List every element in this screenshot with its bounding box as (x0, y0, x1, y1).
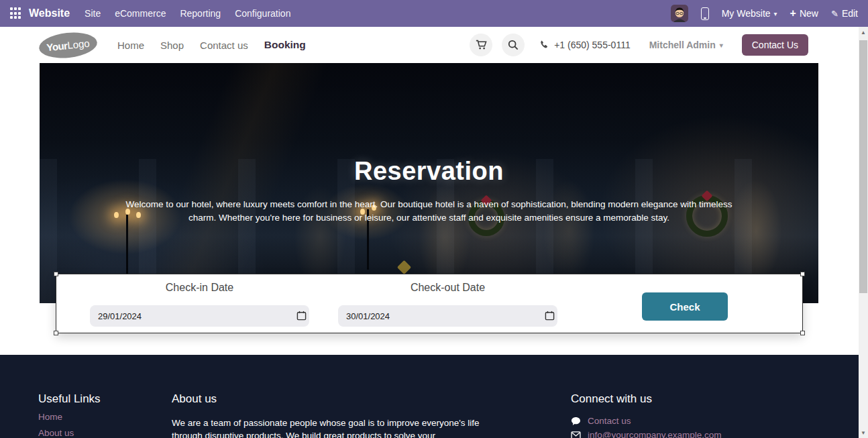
hero-description: Welcome to our hotel, where luxury meets… (121, 198, 738, 224)
edit-button[interactable]: ✎ Edit (831, 8, 858, 19)
nav-link-contact-us[interactable]: Contact us (200, 40, 248, 51)
check-availability-button[interactable]: Check (642, 292, 728, 321)
nav-link-shop[interactable]: Shop (160, 40, 184, 51)
checkin-date-input[interactable] (90, 305, 309, 327)
page-title: Reservation (40, 157, 818, 186)
site-navbar: YourLogo Home Shop Contact us Booking +1… (0, 27, 859, 63)
search-button[interactable] (502, 34, 525, 56)
footer-link-home[interactable]: Home (38, 412, 152, 422)
nav-link-booking-active[interactable]: Booking (264, 39, 306, 51)
scrollbar-down-arrow[interactable]: ▼ (859, 427, 868, 438)
phone-number-link[interactable]: +1 (650) 555-0111 (539, 40, 631, 50)
site-nav-links: Home Shop Contact us Booking (117, 27, 306, 63)
menu-configuration[interactable]: Configuration (235, 8, 290, 19)
checkout-date-label: Check-out Date (338, 282, 557, 294)
apps-grid-icon[interactable] (10, 7, 22, 19)
footer-link-about-us[interactable]: About us (38, 428, 152, 438)
user-menu-dropdown[interactable]: Mitchell Admin ▾ (649, 40, 723, 50)
site-logo[interactable]: YourLogo (38, 30, 98, 61)
checkin-date-label: Check-in Date (90, 282, 309, 294)
cart-button[interactable] (470, 34, 492, 56)
pencil-icon: ✎ (831, 9, 838, 19)
footer-email-link[interactable]: info@yourcompany.example.com (571, 430, 792, 438)
booking-form-card: Check-in Date Check-out Date Check (56, 274, 803, 333)
menu-ecommerce[interactable]: eCommerce (115, 8, 166, 19)
calendar-icon[interactable] (296, 311, 307, 321)
calendar-icon[interactable] (545, 311, 555, 321)
resize-handle[interactable] (54, 272, 58, 276)
resize-handle[interactable] (800, 331, 805, 335)
scrollbar-up-arrow[interactable]: ▲ (859, 27, 868, 38)
scrollbar-thumb[interactable] (859, 40, 867, 293)
checkout-date-input[interactable] (338, 305, 557, 327)
app-menu-website[interactable]: Website (29, 7, 70, 19)
nav-link-home[interactable]: Home (117, 40, 144, 51)
about-us-heading: About us (172, 392, 490, 406)
plus-icon: + (790, 7, 796, 19)
chevron-down-icon: ▾ (774, 10, 777, 17)
user-avatar[interactable] (671, 5, 688, 22)
hero-content: Reservation Welcome to our hotel, where … (40, 63, 818, 303)
footer-contact-us-link[interactable]: Contact us (571, 416, 792, 426)
about-us-text: We are a team of passionate people whose… (172, 417, 490, 438)
resize-handle[interactable] (800, 272, 805, 276)
phone-icon (539, 40, 549, 50)
search-icon (508, 40, 519, 50)
odoo-top-bar: Website Site eCommerce Reporting Configu… (0, 0, 868, 27)
connect-with-us-heading: Connect with us (571, 392, 792, 406)
vertical-scrollbar[interactable]: ▲ ▼ (859, 27, 868, 438)
new-button[interactable]: + New (790, 7, 818, 19)
menu-reporting[interactable]: Reporting (180, 8, 221, 19)
website-selector-dropdown[interactable]: My Website ▾ (722, 8, 777, 19)
menu-site[interactable]: Site (85, 8, 101, 19)
chat-bubble-icon (571, 417, 581, 426)
site-footer: Useful Links Home About us About us We a… (0, 355, 859, 438)
resize-handle[interactable] (54, 331, 58, 335)
envelope-icon (571, 431, 581, 438)
mobile-preview-icon[interactable] (701, 7, 709, 20)
useful-links-heading: Useful Links (38, 392, 152, 406)
hero-section: Reservation Welcome to our hotel, where … (40, 63, 818, 303)
cart-icon (476, 40, 487, 50)
chevron-down-icon: ▾ (720, 42, 723, 49)
contact-us-button[interactable]: Contact Us (742, 34, 808, 56)
